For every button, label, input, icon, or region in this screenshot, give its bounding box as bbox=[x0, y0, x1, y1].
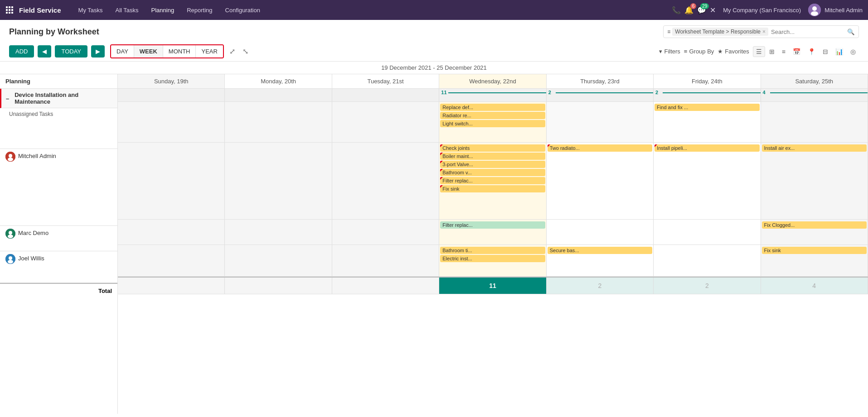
task-bathroom-joel[interactable]: Bathroom ti... bbox=[440, 247, 545, 254]
add-button[interactable]: ADD bbox=[9, 45, 34, 58]
joel-row: Bathroom ti... Electric inst... Secure b… bbox=[118, 245, 868, 277]
task-3port[interactable]: 3-port Valve... bbox=[440, 161, 545, 168]
task-two-radiato[interactable]: Two radiato... bbox=[548, 144, 652, 152]
nav-configuration[interactable]: Configuration bbox=[219, 0, 267, 20]
prev-button[interactable]: ◀ bbox=[38, 45, 51, 58]
period-selector: DAY WEEK MONTH YEAR bbox=[110, 44, 224, 58]
filters-button[interactable]: ▾ Filters bbox=[659, 48, 680, 55]
search-input[interactable] bbox=[771, 29, 847, 35]
notification-icon[interactable]: 🔔 6 bbox=[684, 6, 693, 14]
svg-rect-8 bbox=[11, 12, 13, 14]
expand-icon[interactable]: ⤢ bbox=[228, 45, 237, 58]
search-tag-close[interactable]: × bbox=[762, 29, 766, 35]
view-list[interactable]: ☰ bbox=[753, 46, 765, 57]
task-light[interactable]: Light switch... bbox=[440, 120, 545, 127]
svg-point-20 bbox=[8, 260, 13, 264]
toolbar-right: ▾ Filters ≡ Group By ★ Favorites ☰ ⊞ ≡ 📅… bbox=[659, 46, 859, 57]
task-radiator1[interactable]: Radiator re... bbox=[440, 112, 545, 119]
col-fri: Friday, 24th bbox=[654, 74, 761, 89]
view-calendar[interactable]: 📅 bbox=[790, 46, 804, 57]
joel-name: Joel Willis bbox=[18, 254, 44, 262]
nav-right: 📞 🔔 6 💬 29 ✕ My Company (San Francisco) … bbox=[672, 4, 863, 16]
favorites-button[interactable]: ★ Favorites bbox=[718, 48, 749, 55]
view-map[interactable]: 📍 bbox=[805, 46, 819, 57]
phone-icon[interactable]: 📞 bbox=[672, 6, 681, 14]
marc-avatar bbox=[5, 229, 15, 239]
task-filter-marc[interactable]: Filter replac... bbox=[440, 221, 545, 229]
task-secure[interactable]: Secure bas... bbox=[548, 247, 652, 254]
task-bathroom[interactable]: Bathroom v... bbox=[440, 169, 545, 176]
view-chart[interactable]: 📊 bbox=[832, 46, 846, 57]
task-boiler[interactable]: Boiler maint... bbox=[440, 153, 545, 160]
nav-my-tasks[interactable]: My Tasks bbox=[72, 0, 109, 20]
group-name: Device Installation and Maintenance bbox=[15, 91, 114, 105]
view-list2[interactable]: ≡ bbox=[779, 46, 789, 57]
group-by-button[interactable]: ≡ Group By bbox=[684, 48, 714, 55]
svg-point-14 bbox=[8, 158, 13, 161]
messages-badge: 29 bbox=[700, 3, 709, 9]
period-year[interactable]: YEAR bbox=[196, 45, 223, 58]
task-filter1[interactable]: Filter replac... bbox=[440, 177, 545, 184]
task-replace[interactable]: Replace def... bbox=[440, 104, 545, 111]
user-name: Mitchell Admin bbox=[824, 7, 863, 14]
total-row: 11 2 2 4 bbox=[118, 277, 868, 294]
page-title: Planning by Worksheet bbox=[9, 27, 99, 37]
search-tag-label: Worksheet Template > Responsible bbox=[675, 29, 761, 35]
toolbar: ADD ◀ TODAY ▶ DAY WEEK MONTH YEAR ⤢ ⤡ ▾ … bbox=[0, 42, 868, 61]
period-month[interactable]: MONTH bbox=[163, 45, 196, 58]
search-bar[interactable]: ≡ Worksheet Template > Responsible × 🔍 bbox=[663, 25, 859, 38]
view-icons: ☰ ⊞ ≡ 📅 📍 ⊟ 📊 ◎ bbox=[753, 46, 859, 57]
svg-rect-1 bbox=[9, 6, 10, 8]
group-row: 11 2 2 4 bbox=[118, 89, 868, 102]
svg-point-19 bbox=[9, 256, 12, 260]
nav-all-tasks[interactable]: All Tasks bbox=[109, 0, 145, 20]
col-sat: Saturday, 25th bbox=[761, 74, 868, 89]
svg-rect-6 bbox=[6, 12, 8, 14]
task-fix-clogged[interactable]: Fix Clogged... bbox=[762, 221, 867, 229]
view-kanban[interactable]: ⊞ bbox=[766, 46, 778, 57]
nav-planning[interactable]: Planning bbox=[145, 0, 181, 20]
marc-row: Filter replac... Fix Clogged... bbox=[118, 220, 868, 245]
mitchell-name: Mitchell Admin bbox=[18, 152, 56, 159]
period-day[interactable]: DAY bbox=[111, 45, 134, 58]
fri-group-count: 2 bbox=[655, 90, 658, 95]
apps-icon[interactable] bbox=[5, 6, 14, 14]
marc-name: Marc Demo bbox=[18, 229, 48, 236]
col-header-row: Planning Sunday, 19th Monday, 20th Tuesd… bbox=[0, 74, 868, 89]
total-sat: 4 bbox=[812, 282, 816, 289]
col-wed: Wednesday, 22nd bbox=[439, 74, 546, 89]
next-button[interactable]: ▶ bbox=[91, 45, 105, 58]
search-tag: Worksheet Template > Responsible × bbox=[672, 28, 768, 36]
task-fix-sink-joel[interactable]: Fix sink bbox=[762, 247, 867, 254]
view-table[interactable]: ⊟ bbox=[820, 46, 831, 57]
collapse-icon[interactable]: ⤡ bbox=[241, 45, 250, 58]
mitchell-avatar bbox=[5, 152, 15, 162]
joel-label: Joel Willis bbox=[0, 251, 117, 283]
left-labels: – Device Installation and Maintenance Un… bbox=[0, 89, 118, 414]
close-icon[interactable]: ✕ bbox=[710, 6, 716, 14]
svg-point-16 bbox=[9, 231, 12, 235]
task-find[interactable]: Find and fix ... bbox=[655, 104, 759, 111]
col-tue: Tuesday, 21st bbox=[332, 74, 439, 89]
app-name: Field Service bbox=[19, 6, 61, 14]
top-navigation: Field Service My Tasks All Tasks Plannin… bbox=[0, 0, 868, 20]
nav-reporting[interactable]: Reporting bbox=[180, 0, 218, 20]
period-week[interactable]: WEEK bbox=[134, 45, 163, 58]
total-label: Total bbox=[0, 283, 117, 299]
today-button[interactable]: TODAY bbox=[55, 45, 87, 58]
col-mon: Monday, 20th bbox=[225, 74, 332, 89]
messages-icon[interactable]: 💬 29 bbox=[697, 6, 706, 14]
svg-rect-4 bbox=[9, 9, 10, 11]
joel-avatar bbox=[5, 254, 15, 264]
task-check[interactable]: Check joints bbox=[440, 144, 545, 152]
task-fixsink1[interactable]: Fix sink bbox=[440, 185, 545, 192]
task-install-pipe[interactable]: Install pipeli... bbox=[655, 144, 759, 152]
mitchell-label: Mitchell Admin bbox=[0, 149, 117, 226]
search-submit[interactable]: 🔍 bbox=[847, 29, 855, 35]
task-install-air[interactable]: Install air ex... bbox=[762, 144, 867, 152]
planning-label: Planning bbox=[0, 74, 118, 89]
view-pivot[interactable]: ◎ bbox=[847, 46, 859, 57]
svg-rect-2 bbox=[11, 6, 13, 8]
calendar-wrapper: 19 December 2021 - 25 December 2021 Plan… bbox=[0, 61, 868, 414]
task-electric[interactable]: Electric inst... bbox=[440, 255, 545, 262]
